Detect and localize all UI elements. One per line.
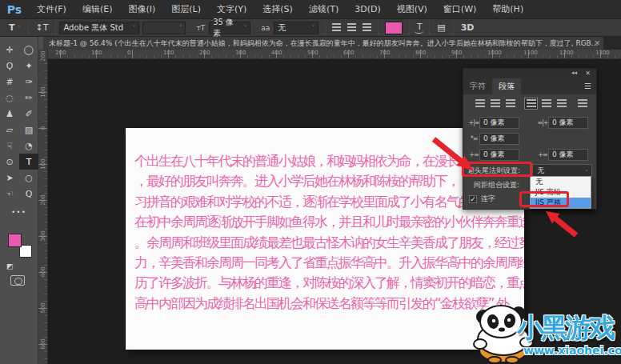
pencil-tool[interactable]: ✏ bbox=[19, 90, 38, 106]
vertical-ruler[interactable]: 2001000100200300400500600 bbox=[38, 59, 48, 364]
ellipse-tool[interactable]: ○ bbox=[19, 170, 38, 186]
tab-paragraph[interactable]: 段落 bbox=[492, 78, 521, 94]
paragraph-justify-last-left-button[interactable] bbox=[524, 98, 538, 110]
font-size-icon: тT bbox=[192, 24, 209, 32]
tool-preset-icon[interactable]: T ˇ bbox=[5, 22, 25, 33]
toggle-panels-icon[interactable]: ▤ bbox=[433, 22, 449, 33]
font-size-select[interactable]: 35 像素 ˇ bbox=[209, 22, 250, 34]
v-ruler-label-7: 500 bbox=[40, 301, 46, 315]
collapse-panel-icon[interactable]: ◂◂ bbox=[571, 70, 577, 76]
paragraph-align-left-button[interactable] bbox=[473, 98, 487, 110]
watermark-url: www.xiaohei.com bbox=[523, 344, 621, 357]
space-after-input[interactable]: 0 像素 bbox=[548, 149, 588, 161]
separator bbox=[429, 21, 430, 35]
smudge-tool[interactable]: ☟ bbox=[0, 138, 19, 154]
menu-item-滤镜T[interactable]: 滤镜(T) bbox=[301, 0, 347, 19]
menu-item-图像I[interactable]: 图像(I) bbox=[120, 0, 163, 19]
first-line-indent-icon: *≡ bbox=[468, 135, 479, 142]
font-family-select[interactable]: Adobe 黑体 Std ˇ bbox=[59, 22, 139, 34]
document-tab[interactable]: 未标题-1 @ 56.4% (个出生在八十年代末的普通小姑娘，和妈妈相依为命，在… bbox=[43, 37, 603, 50]
magic-wand-tool[interactable]: ✦ bbox=[19, 58, 38, 74]
font-style-select[interactable]: ˇ bbox=[142, 22, 186, 34]
align-right-icon[interactable] bbox=[361, 22, 373, 33]
eyedropper-tool[interactable]: ✑ bbox=[19, 74, 38, 90]
document-tab-title: 未标题-1 @ 56.4% (个出生在八十年代末的普通小姑娘，和妈妈相依为命，在… bbox=[49, 39, 598, 47]
indent-left-input[interactable]: 0 像素 bbox=[479, 117, 519, 129]
anti-alias-select[interactable]: 无 ˇ bbox=[274, 22, 319, 34]
hand-tool[interactable]: ☜ bbox=[0, 186, 19, 202]
elliptical-marquee-tool[interactable]: ◯ bbox=[19, 42, 38, 58]
3d-button[interactable]: 3D bbox=[457, 22, 479, 33]
tab-character[interactable]: 字符 bbox=[463, 78, 492, 94]
menu-item-视图V[interactable]: 视图(V) bbox=[389, 0, 435, 19]
justify-all-bars bbox=[578, 99, 587, 109]
menu-item-窗口W[interactable]: 窗口(W) bbox=[435, 0, 484, 19]
default-swatches-icon[interactable]: ◩ bbox=[6, 262, 14, 270]
quick-mask-icon[interactable] bbox=[10, 275, 25, 286]
brush-tool[interactable]: ✐ bbox=[19, 106, 38, 122]
dodge-tool[interactable]: ⊙ bbox=[0, 154, 19, 170]
panel-titlebar: ◂◂ ✕ bbox=[463, 69, 596, 78]
first-line-indent-input[interactable]: 0 像素 bbox=[479, 133, 519, 145]
panel-menu-icon[interactable]: ☰ bbox=[584, 82, 591, 90]
anti-alias-value: 无 bbox=[278, 22, 286, 34]
annotation-box-jis-strict bbox=[519, 191, 569, 207]
align-center-icon[interactable] bbox=[346, 22, 358, 33]
h-ruler-label-3: 100 bbox=[163, 50, 174, 56]
paragraph-align-right-button[interactable] bbox=[503, 98, 517, 110]
menu-item-图层L[interactable]: 图层(L) bbox=[163, 0, 209, 19]
align-left-icon-bars bbox=[332, 23, 341, 32]
space-after-field[interactable]: +≡ 0 像素 bbox=[537, 149, 588, 161]
type-tool[interactable]: T bbox=[19, 154, 38, 170]
h-ruler-label-5: 300 bbox=[235, 50, 246, 56]
space-before-field[interactable]: +≡ 0 像素 bbox=[468, 149, 519, 161]
align-left-icon[interactable] bbox=[331, 22, 343, 33]
h-ruler-label-0: 200 bbox=[55, 50, 66, 56]
tab-close-icon[interactable]: ✕ bbox=[594, 37, 600, 50]
menu-item-帮助H[interactable]: 帮助(H) bbox=[484, 0, 531, 19]
blur-tool[interactable]: ◔ bbox=[19, 138, 38, 154]
indent-right-input[interactable]: 0 像素 bbox=[548, 117, 588, 129]
indent-left-field[interactable]: +|≡ 0 像素 bbox=[468, 117, 519, 129]
hyphenate-checkbox[interactable]: ✓ bbox=[469, 195, 477, 203]
font-family-value: Adobe 黑体 Std bbox=[63, 22, 123, 34]
separator bbox=[28, 21, 29, 35]
edit-toolbar-icon[interactable]: ••• bbox=[0, 208, 38, 216]
horizontal-ruler[interactable]: 2001000100200300400500600700800900100011… bbox=[48, 50, 621, 59]
indent-left-icon: +|≡ bbox=[468, 119, 479, 126]
text-orientation-icon[interactable]: ↕T bbox=[32, 22, 53, 33]
lasso-tool[interactable]: Ϙ bbox=[0, 58, 19, 74]
foreground-color-swatch[interactable] bbox=[8, 234, 22, 247]
eraser-tool[interactable]: ▱ bbox=[0, 122, 19, 138]
quick-selection-tool[interactable]: ◌ bbox=[0, 90, 19, 106]
paragraph-justify-last-center-button[interactable] bbox=[539, 98, 553, 110]
kinsoku-select[interactable]: 无 ˇ bbox=[532, 164, 592, 177]
zoom-tool[interactable]: Q bbox=[19, 186, 38, 202]
indent-right-field[interactable]: ≡|+ 0 像素 bbox=[537, 117, 588, 129]
first-line-indent-field[interactable]: *≡ 0 像素 bbox=[468, 133, 519, 145]
menu-item-文件F[interactable]: 文件(F) bbox=[29, 0, 74, 19]
paragraph-justify-all-button[interactable] bbox=[575, 98, 589, 110]
h-ruler-label-15: 1300 bbox=[595, 50, 610, 56]
gradient-tool[interactable]: ▨ bbox=[19, 122, 38, 138]
align-center-bars bbox=[491, 99, 500, 109]
menu-item-3DD[interactable]: 3D(D) bbox=[347, 0, 389, 19]
menu-item-选择S[interactable]: 选择(S) bbox=[254, 0, 301, 19]
warp-text-icon[interactable]: T bbox=[413, 22, 426, 34]
paragraph-justify-last-right-button[interactable] bbox=[555, 98, 568, 110]
text-color-swatch[interactable] bbox=[385, 22, 403, 34]
align-right-bars bbox=[506, 99, 515, 109]
justify-last-right-bars bbox=[557, 99, 567, 109]
move-tool[interactable]: ✛ bbox=[0, 42, 19, 58]
panel-close-icon[interactable]: ✕ bbox=[585, 70, 591, 77]
menu-item-编辑E[interactable]: 编辑(E) bbox=[74, 0, 121, 19]
clone-stamp-tool[interactable]: ♟ bbox=[0, 106, 19, 122]
space-before-input[interactable]: 0 像素 bbox=[479, 149, 519, 161]
text-line-6: 力，辛美香和余周周一同考入了省重点振华高中。升入振华高中的余周周经 bbox=[134, 253, 524, 273]
menu-bar: Ps 文件(F)编辑(E)图像(I)图层(L)文字(Y)选择(S)滤镜(T)3D… bbox=[0, 0, 621, 19]
kinsoku-option-无[interactable]: 无 bbox=[531, 177, 591, 187]
paragraph-align-center-button[interactable] bbox=[488, 98, 502, 110]
path-selection-tool[interactable]: ➤ bbox=[0, 170, 19, 186]
h-ruler-label-2: 0 bbox=[127, 50, 130, 56]
crop-tool[interactable]: # bbox=[0, 74, 19, 90]
